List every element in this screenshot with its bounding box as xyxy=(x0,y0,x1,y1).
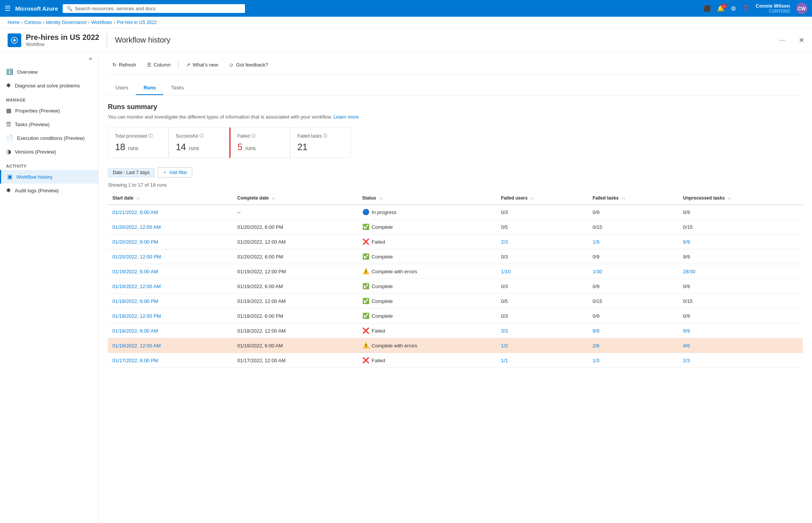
date-filter-tag[interactable]: Date : Last 7 days xyxy=(108,168,155,177)
breadcrumb-contoso[interactable]: Contoso xyxy=(24,20,41,25)
hamburger-menu[interactable]: ☰ xyxy=(5,4,11,13)
breadcrumb-identity-governance[interactable]: Identity Governance xyxy=(46,20,87,25)
col-status[interactable]: Status ↑↓ xyxy=(358,192,497,205)
cell-failed-users: 1/1 xyxy=(496,353,588,368)
cell-start-date: 01/18/2022, 6:00 AM xyxy=(108,323,233,338)
failed-users-link[interactable]: 1/1 xyxy=(501,358,508,363)
failed-tasks-link[interactable]: 2/6 xyxy=(592,343,599,349)
unprocessed-tasks-link[interactable]: 4/6 xyxy=(683,343,690,349)
header-more-icon[interactable]: ··· xyxy=(779,36,785,44)
start-date-link[interactable]: 01/19/2022, 6:00 AM xyxy=(112,269,158,274)
failed-users-link[interactable]: 2/3 xyxy=(501,239,508,245)
col-failed-users[interactable]: Failed users ↑↓ xyxy=(496,192,588,205)
cloud-shell-icon[interactable]: ⬛ xyxy=(703,5,711,12)
status-icon: ✅ xyxy=(362,298,370,304)
section-description: You can monitor and investigate the diff… xyxy=(108,114,803,120)
sidebar-item-versions-label: Versions (Preview) xyxy=(15,149,56,155)
card-failed-title: Failed ⓘ xyxy=(237,133,283,139)
failed-users-value: 0/3 xyxy=(501,313,508,319)
table-row: 01/18/2022, 12:00 PM 01/18/2022, 6:00 PM… xyxy=(108,309,803,323)
start-date-link[interactable]: 01/20/2022, 6:00 PM xyxy=(112,239,158,245)
status-icon: ✅ xyxy=(362,253,370,260)
help-icon[interactable]: ❓ xyxy=(742,5,750,12)
sidebar-item-overview[interactable]: ℹ️ Overview xyxy=(0,65,98,79)
failed-tasks-value: 0/9 xyxy=(592,254,599,260)
failed-tasks-link[interactable]: 1/9 xyxy=(592,239,599,245)
whats-new-button[interactable]: ↗ What's new xyxy=(182,60,223,70)
breadcrumb-home[interactable]: Home xyxy=(8,20,20,25)
failed-tasks-link[interactable]: 9/9 xyxy=(592,328,599,334)
sidebar-item-diagnose[interactable]: ✱ Diagnose and solve problems xyxy=(0,79,98,92)
table-row: 01/18/2022, 12:00 AM 01/18/2022, 6:00 AM… xyxy=(108,338,803,353)
failed-tasks-link[interactable]: 1/30 xyxy=(592,269,602,274)
failed-info-icon[interactable]: ⓘ xyxy=(251,133,256,139)
failed-tasks-info-icon[interactable]: ⓘ xyxy=(323,133,327,139)
notifications-icon[interactable]: 🔔 1 xyxy=(717,5,725,12)
unprocessed-tasks-value: 0/15 xyxy=(683,224,692,230)
col-complete-date[interactable]: Complete date ↑↓ xyxy=(233,192,358,205)
unprocessed-tasks-link[interactable]: 28/30 xyxy=(683,269,695,274)
start-date-link[interactable]: 01/21/2022, 6:00 AM xyxy=(112,209,158,215)
status-icon: ⚠️ xyxy=(362,342,370,349)
close-icon[interactable]: ✕ xyxy=(799,36,804,44)
successful-info-icon[interactable]: ⓘ xyxy=(199,133,204,139)
tab-runs[interactable]: Runs xyxy=(136,81,164,95)
sidebar-item-workflow-history-label: Workflow history xyxy=(16,174,52,180)
total-info-icon[interactable]: ⓘ xyxy=(148,133,153,139)
learn-more-link[interactable]: Learn more xyxy=(333,114,359,120)
start-date-link[interactable]: 01/17/2022, 6:00 PM xyxy=(112,358,158,363)
breadcrumb-workflows[interactable]: Workflows xyxy=(91,20,112,25)
sidebar-item-audit-logs[interactable]: ✱ Audit logs (Preview) xyxy=(0,184,98,197)
cell-start-date: 01/19/2022, 12:00 AM xyxy=(108,279,233,294)
tabs: Users Runs Tasks xyxy=(108,81,803,95)
start-date-link[interactable]: 01/18/2022, 12:00 AM xyxy=(112,343,161,349)
cell-failed-tasks: 0/9 xyxy=(588,309,678,323)
avatar[interactable]: CW xyxy=(796,3,807,14)
search-box[interactable]: 🔍 Search resources, services and docs xyxy=(63,4,245,13)
refresh-icon: ↻ xyxy=(112,62,117,68)
start-date-link[interactable]: 01/19/2022, 6:00 PM xyxy=(112,298,158,304)
add-filter-button[interactable]: ＋ Add filter xyxy=(158,167,192,178)
collapse-button[interactable]: « xyxy=(89,55,92,62)
refresh-button[interactable]: ↻ Refresh xyxy=(108,60,141,70)
user-info[interactable]: Connie Wilson CONTOSO xyxy=(756,3,790,14)
start-date-link[interactable]: 01/19/2022, 12:00 AM xyxy=(112,284,161,289)
unprocessed-tasks-link[interactable]: 2/3 xyxy=(683,358,690,363)
cell-status: ⚠️ Complete with errors xyxy=(358,338,497,353)
card-successful-number: 14 runs xyxy=(176,142,222,152)
status-label: Complete xyxy=(372,313,393,319)
failed-users-link[interactable]: 1/2 xyxy=(501,343,508,349)
column-button[interactable]: ☰ Column xyxy=(142,60,175,70)
settings-icon[interactable]: ⚙ xyxy=(731,5,736,12)
sidebar-section-manage: ▦ Properties (Preview) ☰ Tasks (Preview)… xyxy=(0,104,98,158)
unprocessed-tasks-link[interactable]: 8/9 xyxy=(683,239,690,245)
cell-failed-tasks: 9/9 xyxy=(588,323,678,338)
sidebar-item-workflow-history[interactable]: ▣ Workflow history xyxy=(0,170,98,184)
failed-users-link[interactable]: 1/10 xyxy=(501,269,510,274)
tab-users[interactable]: Users xyxy=(108,81,136,95)
cell-complete-date: 01/18/2022, 6:00 AM xyxy=(233,338,358,353)
unprocessed-tasks-link[interactable]: 9/9 xyxy=(683,328,690,334)
sidebar-item-properties[interactable]: ▦ Properties (Preview) xyxy=(0,104,98,117)
start-date-link[interactable]: 01/18/2022, 12:00 PM xyxy=(112,313,161,319)
sidebar-item-tasks[interactable]: ☰ Tasks (Preview) xyxy=(0,117,98,131)
col-start-date[interactable]: Start date ↑↓ xyxy=(108,192,233,205)
col-failed-tasks[interactable]: Failed tasks ↑↓ xyxy=(588,192,678,205)
tab-tasks[interactable]: Tasks xyxy=(163,81,191,95)
summary-cards: Total processed ⓘ 18 runs Successful ⓘ 1… xyxy=(108,127,803,158)
breadcrumb-prehire[interactable]: Pre-hire in US 2022 xyxy=(117,20,156,25)
sidebar-item-versions[interactable]: ◑ Versions (Preview) xyxy=(0,145,98,158)
failed-tasks-link[interactable]: 1/3 xyxy=(592,358,599,363)
start-date-link[interactable]: 01/20/2022, 12:00 AM xyxy=(112,224,161,230)
start-date-link[interactable]: 01/18/2022, 6:00 AM xyxy=(112,328,158,334)
sidebar-collapse: « xyxy=(0,52,98,65)
sidebar-manage-title: Manage xyxy=(0,92,98,104)
table-row: 01/18/2022, 6:00 AM 01/18/2022, 12:00 AM… xyxy=(108,323,803,338)
col-unprocessed-tasks[interactable]: Unprocessed tasks ↑↓ xyxy=(678,192,803,205)
failed-users-link[interactable]: 3/3 xyxy=(501,328,508,334)
start-date-link[interactable]: 01/20/2022, 12:00 PM xyxy=(112,254,161,260)
got-feedback-button[interactable]: ☺ Got feedback? xyxy=(224,60,273,70)
sort-status-icon: ↑↓ xyxy=(379,196,383,200)
status-label: Complete xyxy=(372,224,393,230)
sidebar-item-execution[interactable]: 📄 Execution conditions (Preview) xyxy=(0,131,98,145)
